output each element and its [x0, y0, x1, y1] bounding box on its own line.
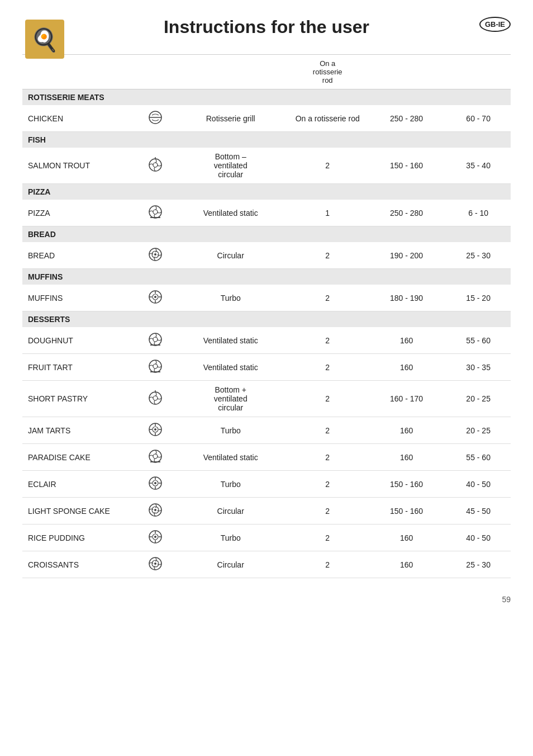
cooking-mode-icon: [137, 525, 173, 551]
cooking-mode: Circular: [173, 242, 288, 269]
section-header: BREAD: [22, 226, 511, 243]
cooking-mode-icon: [137, 471, 173, 498]
temperature: 160: [367, 354, 446, 381]
section-name: FISH: [22, 132, 511, 148]
section-name: MUFFINS: [22, 269, 511, 285]
temperature: 160 - 170: [367, 381, 446, 417]
col-header-icon: [137, 55, 173, 89]
food-name: BREAD: [22, 242, 137, 269]
cooking-time: 25 - 30: [446, 242, 511, 269]
cooking-time: 20 - 25: [446, 417, 511, 444]
page-header: 🍳 Instructions for the user GB-IE: [22, 17, 511, 43]
cooking-time: 30 - 35: [446, 354, 511, 381]
section-name: ROTISSERIE MEATS: [22, 89, 511, 106]
cooking-time: 55 - 60: [446, 444, 511, 471]
temperature: 180 - 190: [367, 285, 446, 311]
cooking-mode: Bottom +ventilatedcircular: [173, 381, 288, 417]
page-title: Instructions for the user: [164, 17, 369, 37]
temperature: 190 - 200: [367, 242, 446, 269]
table-row: LIGHT SPONGE CAKE Circular 2 150 - 160 4…: [22, 498, 511, 525]
cooking-mode: Ventilated static: [173, 327, 288, 354]
svg-point-24: [153, 364, 158, 368]
shelf-position: 2: [288, 417, 367, 444]
shelf-position: 1: [288, 200, 367, 226]
cooking-mode-icon: [137, 327, 173, 354]
table-row: SALMON TROUT Bottom –ventilatedcircular …: [22, 148, 511, 184]
temperature: 150 - 160: [367, 498, 446, 525]
temperature: 160: [367, 525, 446, 551]
food-name: SHORT PASTRY: [22, 381, 137, 417]
food-name: PIZZA: [22, 200, 137, 226]
section-header: PIZZA: [22, 184, 511, 200]
cooking-time: 55 - 60: [446, 327, 511, 354]
col-header-temp: [367, 55, 446, 89]
section-header: MUFFINS: [22, 269, 511, 285]
table-row: JAM TARTS Turbo 2 160 20 - 25: [22, 417, 511, 444]
shelf-position: 2: [288, 498, 367, 525]
cooking-mode-icon: [137, 354, 173, 381]
food-name: DOUGHNUT: [22, 327, 137, 354]
table-row: BREAD Circular 2 190 - 200 25 - 30: [22, 242, 511, 269]
cooking-mode-icon: [137, 242, 173, 269]
svg-text:🍳: 🍳: [31, 26, 59, 53]
svg-point-8: [153, 210, 158, 214]
temperature: 250 - 280: [367, 105, 446, 132]
shelf-position: 2: [288, 285, 367, 311]
shelf-position: 2: [288, 354, 367, 381]
cooking-time: 60 - 70: [446, 105, 511, 132]
table-row: MUFFINS Turbo 2 180 - 190 15 - 20: [22, 285, 511, 311]
cooking-mode-icon: [137, 444, 173, 471]
cooking-time: 15 - 20: [446, 285, 511, 311]
temperature: 150 - 160: [367, 471, 446, 498]
food-name: SALMON TROUT: [22, 148, 137, 184]
svg-point-51: [154, 536, 156, 538]
svg-point-5: [153, 163, 158, 167]
food-name: MUFFINS: [22, 285, 137, 311]
cooking-mode: Turbo: [173, 471, 288, 498]
section-name: PIZZA: [22, 184, 511, 200]
table-row: CHICKEN Rotisserie grill On a rotisserie…: [22, 105, 511, 132]
svg-point-31: [154, 428, 156, 431]
svg-point-37: [153, 454, 158, 459]
temperature: 160: [367, 551, 446, 578]
food-name: CHICKEN: [22, 105, 137, 132]
cooking-mode-icon: [137, 148, 173, 184]
section-name: BREAD: [22, 226, 511, 243]
shelf-position: 2: [288, 551, 367, 578]
cooking-mode-icon: [137, 285, 173, 311]
table-row: PIZZA Ventilated static 1 250 - 280 6 - …: [22, 200, 511, 226]
svg-point-36: [149, 450, 161, 462]
cooking-mode: Turbo: [173, 285, 288, 311]
shelf-position: 2: [288, 444, 367, 471]
food-name: RICE PUDDING: [22, 525, 137, 551]
svg-point-21: [153, 337, 158, 342]
svg-point-41: [154, 482, 156, 484]
table-row: PARADISE CAKE Ventilated static 2 160 55…: [22, 444, 511, 471]
cooking-mode-icon: [137, 381, 173, 417]
cooking-mode: Turbo: [173, 525, 288, 551]
shelf-position: 2: [288, 148, 367, 184]
cooking-mode: Ventilated static: [173, 200, 288, 226]
table-row: FRUIT TART Ventilated static 2 160 30 - …: [22, 354, 511, 381]
svg-point-27: [153, 396, 158, 400]
cooking-mode-icon: [137, 551, 173, 578]
temperature: 150 - 160: [367, 148, 446, 184]
cooking-mode: Bottom –ventilatedcircular: [173, 148, 288, 184]
svg-point-15: [154, 296, 156, 298]
shelf-position: On a rotisserie rod: [288, 105, 367, 132]
table-row: RICE PUDDING Turbo 2 160 40 - 50: [22, 525, 511, 551]
cooking-mode-icon: [137, 417, 173, 444]
cooking-mode: Rotisserie grill: [173, 105, 288, 132]
table-row: SHORT PASTRY Bottom +ventilatedcircular …: [22, 381, 511, 417]
cooking-time: 45 - 50: [446, 498, 511, 525]
cooking-time: 40 - 50: [446, 525, 511, 551]
svg-point-48: [154, 509, 156, 511]
shelf-position: 2: [288, 471, 367, 498]
cooking-mode-icon: [137, 498, 173, 525]
temperature: 160: [367, 327, 446, 354]
cooking-table: On a rotisserie rod ROTISSERIE MEATS CHI…: [22, 54, 511, 578]
food-name: FRUIT TART: [22, 354, 137, 381]
food-name: LIGHT SPONGE CAKE: [22, 498, 137, 525]
svg-point-7: [149, 206, 161, 218]
country-badge: GB-IE: [479, 17, 511, 32]
